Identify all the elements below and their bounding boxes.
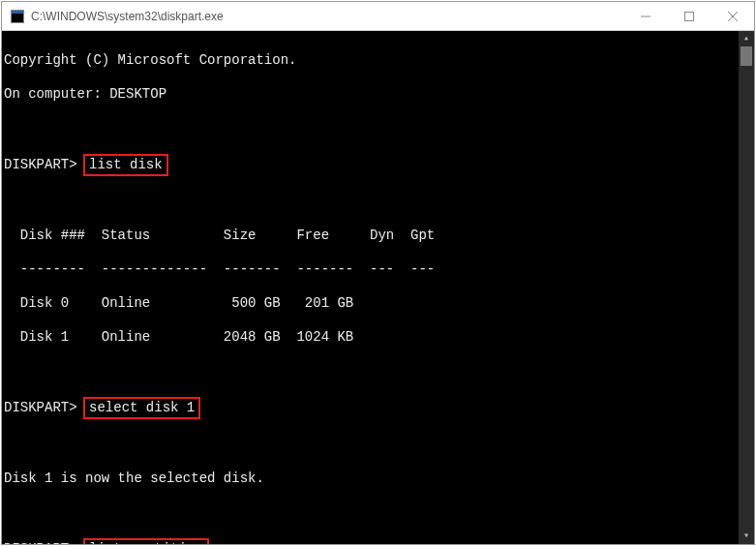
computer-line: On computer: DESKTOP	[4, 86, 748, 104]
console-icon	[10, 9, 25, 24]
prompt: DISKPART>	[4, 157, 77, 172]
copyright-line: Copyright (C) Microsoft Corporation.	[4, 52, 748, 70]
highlight-list-partition: list partition	[83, 538, 209, 545]
minimize-button[interactable]	[623, 2, 667, 31]
scroll-down-icon[interactable]: ▾	[739, 529, 754, 544]
svg-rect-4	[684, 12, 693, 20]
disk-header: Disk ### Status Size Free Dyn Gpt	[4, 228, 748, 245]
close-button[interactable]	[711, 2, 754, 31]
msg-select-disk: Disk 1 is now the selected disk.	[4, 470, 748, 488]
scroll-up-icon[interactable]: ▴	[739, 31, 754, 46]
scrollbar-thumb[interactable]	[741, 46, 752, 66]
disk-divider: -------- ------------- ------- ------- -…	[4, 261, 748, 279]
svg-rect-1	[12, 11, 23, 14]
maximize-button[interactable]	[667, 2, 711, 31]
window-title: C:\WINDOWS\system32\diskpart.exe	[31, 10, 623, 23]
svg-rect-2	[12, 14, 23, 22]
scrollbar-track[interactable]	[739, 46, 754, 529]
table-row: Disk 1 Online 2048 GB 1024 KB	[4, 329, 748, 347]
table-row: Disk 0 Online 500 GB 201 GB	[4, 295, 748, 313]
window-frame: C:\WINDOWS\system32\diskpart.exe Copyrig…	[1, 1, 755, 545]
highlight-list-disk: list disk	[83, 154, 168, 177]
prompt: DISKPART>	[4, 541, 77, 545]
titlebar[interactable]: C:\WINDOWS\system32\diskpart.exe	[2, 2, 754, 31]
vertical-scrollbar[interactable]: ▴ ▾	[739, 31, 754, 544]
prompt: DISKPART>	[4, 400, 77, 415]
highlight-select-disk: select disk 1	[83, 397, 200, 420]
terminal-area[interactable]: Copyright (C) Microsoft Corporation. On …	[2, 31, 754, 544]
